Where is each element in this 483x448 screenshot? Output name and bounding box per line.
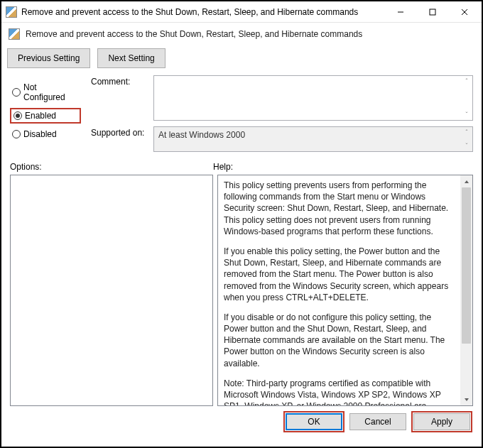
close-button[interactable] [448,2,480,22]
scroll-track[interactable] [460,187,472,393]
radio-enabled[interactable]: Enabled [10,108,81,124]
supported-row: Supported on: At least Windows 2000 ˆ ˇ [91,126,473,152]
state-radios: Not Configured Enabled Disabled [10,75,81,152]
nav-row: Previous Setting Next Setting [1,45,482,75]
comment-input[interactable]: ˆ ˇ [153,75,473,121]
help-paragraph: If you enable this policy setting, the P… [224,246,455,303]
help-paragraph: Note: Third-party programs certified as … [224,378,455,405]
comment-scrollbar[interactable]: ˆ ˇ [462,78,471,118]
radio-icon [12,88,21,97]
radio-icon [12,130,21,138]
supported-value: At least Windows 2000 [158,130,245,140]
subheader: Remove and prevent access to the Shut Do… [1,23,482,45]
panes: This policy setting prevents users from … [1,175,482,406]
config-area: Not Configured Enabled Disabled Comment:… [1,75,482,158]
apply-button[interactable]: Apply [413,413,470,430]
comment-row: Comment: ˆ ˇ [91,75,473,121]
radio-label: Enabled [25,111,56,121]
window-title: Remove and prevent access to the Shut Do… [21,7,384,17]
svg-marker-4 [465,180,469,183]
window-controls [384,2,480,22]
cancel-button[interactable]: Cancel [349,413,406,430]
supported-label: Supported on: [91,126,148,138]
scroll-down-icon: ˇ [462,143,471,149]
options-label: Options: [10,162,213,172]
footer: OK Cancel Apply [1,406,482,437]
radio-disabled[interactable]: Disabled [10,128,81,141]
policy-title: Remove and prevent access to the Shut Do… [26,29,362,39]
scroll-up-icon: ˆ [462,129,471,136]
radio-not-configured[interactable]: Not Configured [10,81,81,104]
maximize-button[interactable] [416,2,448,22]
minimize-button[interactable] [384,2,416,22]
help-paragraph: This policy setting prevents users from … [224,180,455,237]
help-paragraph: If you disable or do not configure this … [224,312,455,369]
help-label: Help: [213,162,233,172]
policy-icon [9,28,20,40]
fields-column: Comment: ˆ ˇ Supported on: At least Wind… [91,75,473,152]
scroll-down-button[interactable] [460,393,472,405]
svg-marker-5 [465,398,469,401]
help-scrollbar[interactable] [460,175,472,405]
comment-label: Comment: [91,75,148,87]
scroll-up-icon: ˆ [462,78,471,84]
radio-label: Not Configured [23,82,79,102]
previous-setting-button[interactable]: Previous Setting [7,48,90,68]
scroll-up-button[interactable] [460,175,472,187]
titlebar: Remove and prevent access to the Shut Do… [1,1,482,23]
scroll-thumb[interactable] [462,187,471,344]
options-pane [10,175,213,406]
next-setting-button[interactable]: Next Setting [97,48,165,68]
radio-icon [13,111,22,120]
supported-display: At least Windows 2000 ˆ ˇ [153,126,473,152]
svg-rect-1 [430,9,435,15]
section-labels: Options: Help: [1,158,482,175]
help-pane: This policy setting prevents users from … [217,175,473,406]
ok-button[interactable]: OK [286,413,342,430]
radio-label: Disabled [23,129,57,139]
app-icon [6,6,17,18]
scroll-down-icon: ˇ [462,111,471,118]
help-text: This policy setting prevents users from … [218,175,460,405]
supported-scrollbar[interactable]: ˆ ˇ [462,129,471,149]
